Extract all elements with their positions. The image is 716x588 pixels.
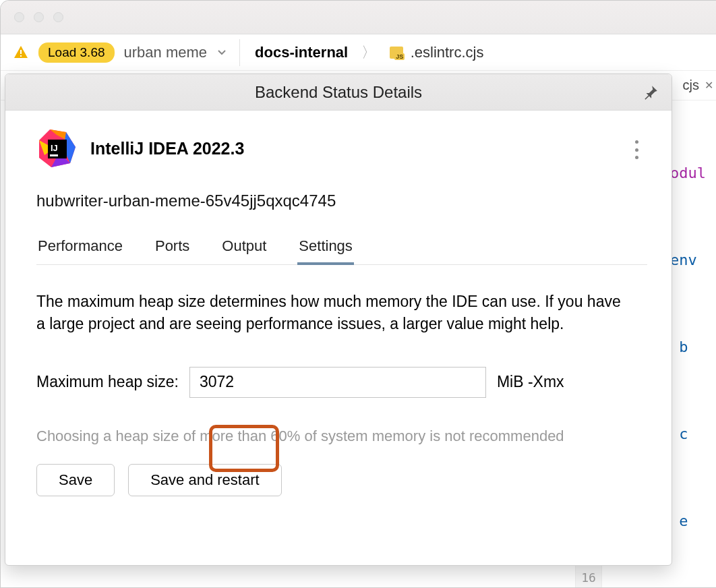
tab-settings[interactable]: Settings bbox=[297, 233, 354, 264]
tab-ports[interactable]: Ports bbox=[154, 233, 191, 264]
heap-size-label: Maximum heap size: bbox=[36, 373, 179, 391]
tab-output[interactable]: Output bbox=[220, 233, 268, 264]
load-indicator[interactable]: Load 3.68 bbox=[38, 42, 115, 63]
project-selector[interactable]: urban meme bbox=[124, 44, 208, 61]
svg-rect-9 bbox=[50, 154, 58, 156]
breadcrumb-folder[interactable]: docs-internal bbox=[255, 44, 348, 61]
tab-performance[interactable]: Performance bbox=[36, 233, 124, 264]
close-icon[interactable]: ✕ bbox=[705, 79, 713, 92]
app-name: IntelliJ IDEA 2022.3 bbox=[90, 139, 244, 158]
code-line: b bbox=[669, 332, 716, 361]
heap-size-unit: MiB -Xmx bbox=[497, 373, 564, 391]
warning-icon bbox=[13, 45, 29, 61]
intellij-logo-icon: IJ bbox=[36, 128, 77, 169]
chevron-down-icon[interactable] bbox=[216, 47, 229, 59]
save-button[interactable]: Save bbox=[36, 464, 115, 496]
top-toolbar: Load 3.68 urban meme docs-internal 〉 JS … bbox=[1, 34, 716, 71]
svg-text:IJ: IJ bbox=[51, 143, 58, 153]
code-line: odul bbox=[669, 158, 716, 187]
window-close-dot[interactable] bbox=[14, 12, 24, 22]
line-number: 16 bbox=[575, 562, 602, 588]
js-file-icon: JS bbox=[390, 47, 403, 59]
instance-id: hubwriter-urban-meme-65v45jj5qxqc4745 bbox=[36, 192, 647, 210]
more-menu-icon[interactable] bbox=[628, 140, 645, 159]
toolbar-separator bbox=[239, 39, 240, 66]
svg-rect-1 bbox=[20, 55, 22, 57]
settings-description: The maximum heap size determines how muc… bbox=[36, 291, 630, 336]
popup-tabs: Performance Ports Output Settings bbox=[36, 233, 647, 265]
pin-icon[interactable] bbox=[640, 82, 661, 102]
popup-header: Backend Status Details bbox=[5, 74, 672, 111]
code-line: e bbox=[669, 506, 716, 535]
save-and-restart-button[interactable]: Save and restart bbox=[128, 464, 281, 496]
breadcrumb-separator: 〉 bbox=[357, 42, 380, 63]
editor-tab[interactable]: cjs bbox=[683, 78, 699, 93]
code-line: env bbox=[669, 245, 716, 274]
window-min-dot[interactable] bbox=[34, 12, 44, 22]
titlebar bbox=[1, 1, 716, 34]
breadcrumb-file-label: .eslintrc.cjs bbox=[411, 44, 484, 61]
backend-status-popup: Backend Status Details IJ bbox=[5, 74, 672, 566]
code-editor-sliver: odul env b c e n }, par ext par e r b s … bbox=[669, 100, 716, 587]
svg-rect-0 bbox=[20, 50, 22, 54]
popup-title: Backend Status Details bbox=[255, 83, 422, 102]
code-line: c bbox=[669, 419, 716, 448]
heap-hint: Choosing a heap size of more than 60% of… bbox=[36, 428, 647, 445]
window-max-dot[interactable] bbox=[53, 12, 63, 22]
breadcrumb-file[interactable]: JS .eslintrc.cjs bbox=[390, 44, 483, 61]
heap-size-input[interactable] bbox=[189, 367, 486, 398]
